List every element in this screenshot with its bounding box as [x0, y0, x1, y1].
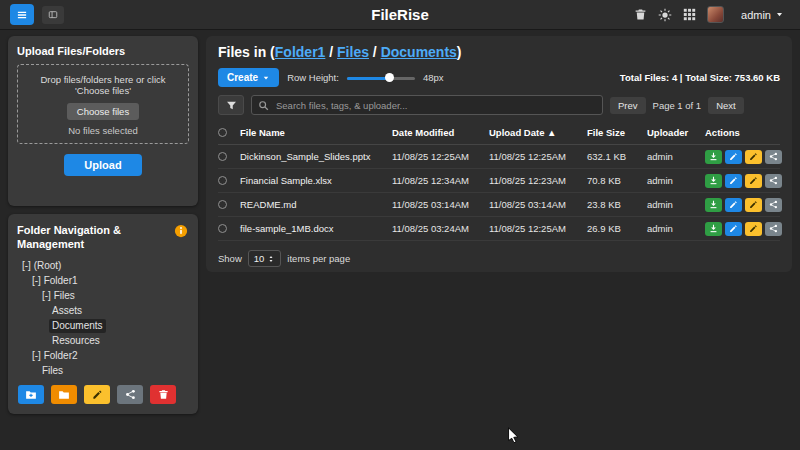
- share-folder-button[interactable]: [117, 385, 143, 404]
- file-name: Financial Sample.xlsx: [240, 175, 392, 186]
- tree-item-root[interactable]: [-] (Root): [19, 259, 64, 273]
- tree-item-resources[interactable]: Resources: [49, 334, 103, 348]
- share-button[interactable]: [765, 150, 782, 164]
- upload-button[interactable]: Upload: [64, 154, 141, 176]
- upload-panel: Upload Files/Folders Drop files/folders …: [8, 36, 198, 206]
- table-row[interactable]: file-sample_1MB.docx 11/08/25 03:24AM 11…: [218, 217, 780, 241]
- rename-button[interactable]: [745, 150, 762, 164]
- row-checkbox[interactable]: [218, 152, 227, 161]
- tree-item-folder2[interactable]: [-] Folder2: [29, 349, 81, 363]
- move-folder-button[interactable]: [51, 385, 77, 404]
- row-checkbox[interactable]: [218, 200, 227, 209]
- col-uploader[interactable]: Uploader: [647, 127, 705, 138]
- share-button[interactable]: [765, 222, 782, 236]
- info-icon: [174, 224, 188, 238]
- share-icon: [769, 152, 778, 161]
- breadcrumb-separator: /: [369, 44, 381, 60]
- items-per-page-label: items per page: [287, 253, 350, 264]
- pencil-icon: [749, 176, 758, 185]
- row-actions: [705, 222, 782, 236]
- next-page-button[interactable]: Next: [708, 97, 744, 114]
- tree-item-documents[interactable]: Documents: [49, 319, 106, 333]
- menu-button[interactable]: [10, 4, 34, 25]
- edit-button[interactable]: [725, 222, 742, 236]
- sun-icon: [658, 8, 672, 22]
- col-actions: Actions: [705, 127, 780, 138]
- download-icon: [709, 152, 718, 161]
- download-button[interactable]: [705, 150, 722, 164]
- rename-button[interactable]: [745, 174, 762, 188]
- row-actions: [705, 174, 782, 188]
- edit-button[interactable]: [725, 174, 742, 188]
- choose-files-button[interactable]: Choose files: [67, 103, 139, 120]
- uploader: admin: [647, 175, 705, 186]
- row-checkbox[interactable]: [218, 176, 227, 185]
- filerise-app: FileRise admin Upload Files/Folders Drop…: [0, 0, 800, 450]
- tree-item-files[interactable]: [-] Files: [39, 289, 78, 303]
- trash-icon: [158, 389, 169, 400]
- download-button[interactable]: [705, 222, 722, 236]
- username-label: admin: [741, 9, 771, 21]
- page-size-value: 10: [254, 253, 265, 264]
- share-icon: [125, 389, 136, 400]
- dropzone[interactable]: Drop files/folders here or click 'Choose…: [17, 64, 189, 144]
- apps-grid-button[interactable]: [683, 8, 696, 21]
- tree-item-folder1[interactable]: [-] Folder1: [29, 274, 81, 288]
- chevron-down-icon: [262, 74, 270, 82]
- no-files-selected-text: No files selected: [23, 125, 183, 136]
- slider-knob[interactable]: [385, 73, 394, 82]
- prev-page-button[interactable]: Prev: [610, 97, 646, 114]
- edit-button[interactable]: [725, 198, 742, 212]
- date-modified: 11/08/25 12:25AM: [392, 151, 489, 162]
- edit-button[interactable]: [725, 150, 742, 164]
- pencil-icon: [749, 152, 758, 161]
- row-actions: [705, 150, 782, 164]
- file-size: 70.8 KB: [587, 175, 647, 186]
- col-date-modified[interactable]: Date Modified: [392, 127, 489, 138]
- pencil-icon: [729, 152, 738, 161]
- create-folder-button[interactable]: [18, 385, 44, 404]
- search-input[interactable]: [274, 99, 596, 112]
- info-button[interactable]: [174, 224, 188, 238]
- tree-item-assets[interactable]: Assets: [49, 304, 85, 318]
- rename-folder-button[interactable]: [84, 385, 110, 404]
- show-label: Show: [218, 253, 242, 264]
- table-row[interactable]: README.md 11/08/25 03:14AM 11/08/25 03:1…: [218, 193, 780, 217]
- upload-date: 11/08/25 03:14AM: [489, 199, 587, 210]
- tree-item-folder2-files[interactable]: Files: [39, 364, 66, 378]
- create-button[interactable]: Create: [218, 68, 279, 87]
- breadcrumb-files[interactable]: Files: [337, 44, 369, 60]
- delete-button[interactable]: [634, 8, 647, 21]
- col-file-name[interactable]: File Name: [240, 127, 392, 138]
- table-footer: Show 10 items per page: [218, 250, 780, 267]
- theme-toggle-button[interactable]: [658, 8, 672, 22]
- breadcrumb-folder1[interactable]: Folder1: [275, 44, 326, 60]
- filter-button[interactable]: [218, 95, 244, 115]
- row-height-slider[interactable]: [347, 72, 415, 84]
- rename-button[interactable]: [745, 198, 762, 212]
- row-height-label: Row Height:: [287, 72, 339, 83]
- layout-toggle-button[interactable]: [42, 6, 64, 24]
- row-checkbox[interactable]: [218, 224, 227, 233]
- page-info: Page 1 of 1: [653, 100, 702, 111]
- table-row[interactable]: Financial Sample.xlsx 11/08/25 12:34AM 1…: [218, 169, 780, 193]
- pencil-icon: [729, 176, 738, 185]
- download-button[interactable]: [705, 174, 722, 188]
- select-all-checkbox[interactable]: [218, 128, 227, 137]
- share-button[interactable]: [765, 198, 782, 212]
- top-bar-actions: admin: [634, 6, 790, 23]
- download-button[interactable]: [705, 198, 722, 212]
- share-button[interactable]: [765, 174, 782, 188]
- search-row: Prev Page 1 of 1 Next: [218, 95, 780, 115]
- rename-button[interactable]: [745, 222, 762, 236]
- page-size-select[interactable]: 10: [248, 250, 282, 267]
- delete-folder-button[interactable]: [150, 385, 176, 404]
- user-avatar[interactable]: [707, 6, 724, 23]
- col-upload-date-sorted[interactable]: Upload Date ▲: [489, 127, 587, 138]
- user-menu[interactable]: admin: [735, 8, 790, 22]
- breadcrumb-documents[interactable]: Documents: [381, 44, 457, 60]
- create-button-label: Create: [227, 72, 258, 83]
- row-actions: [705, 198, 782, 212]
- col-file-size[interactable]: File Size: [587, 127, 647, 138]
- table-row[interactable]: Dickinson_Sample_Slides.pptx 11/08/25 12…: [218, 145, 780, 169]
